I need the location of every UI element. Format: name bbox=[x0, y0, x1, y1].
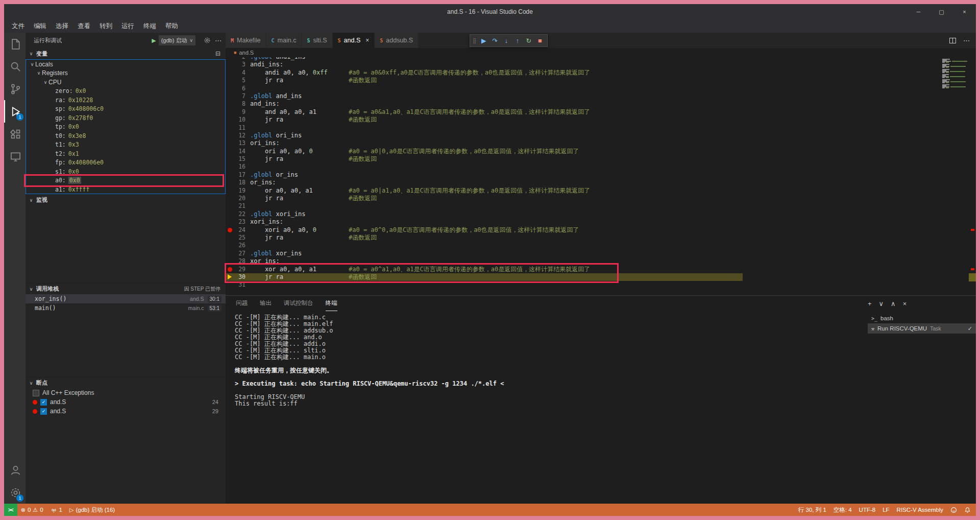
variables-section-header[interactable]: ∨ 变量 ⊟ bbox=[26, 48, 226, 59]
panel-tab-终端[interactable]: 终端 bbox=[326, 296, 337, 311]
stack-frame[interactable]: xor_ins()and.S30:1 bbox=[26, 294, 226, 303]
collapse-all-icon[interactable]: ⊟ bbox=[215, 50, 226, 57]
glyph-margin[interactable] bbox=[226, 57, 234, 61]
continue-button[interactable]: ▶ bbox=[479, 36, 488, 45]
gutter[interactable]: 4 bbox=[226, 69, 250, 77]
variable-t2[interactable]: t2:0x1 bbox=[26, 149, 225, 158]
gutter[interactable]: 10 bbox=[226, 116, 250, 124]
step-over-button[interactable]: ↷ bbox=[490, 36, 500, 45]
gutter[interactable]: 31 bbox=[226, 281, 250, 289]
gutter[interactable]: 18 bbox=[226, 179, 250, 186]
tab-and.S[interactable]: Sand.S× bbox=[333, 33, 375, 48]
gutter[interactable]: 24 bbox=[226, 226, 250, 234]
breakpoint-item[interactable]: All C++ Exceptions bbox=[26, 388, 226, 397]
gutter[interactable]: 19 bbox=[226, 187, 250, 195]
variable-tp[interactable]: tp:0x0 bbox=[26, 123, 225, 132]
settings-button[interactable]: 1 bbox=[4, 481, 26, 504]
panel-tab-输出[interactable]: 输出 bbox=[260, 296, 272, 311]
gutter[interactable]: 5 bbox=[226, 77, 250, 84]
minimap[interactable] bbox=[941, 59, 969, 89]
tab-Makefile[interactable]: MMakefile bbox=[226, 33, 266, 48]
variable-s1[interactable]: s1:0x0 bbox=[26, 167, 225, 176]
glyph-margin[interactable] bbox=[226, 187, 234, 195]
terminal-output[interactable]: CC -[M] 正在构建... main.cCC -[M] 正在构建... ma… bbox=[226, 311, 868, 504]
ports-indicator[interactable]: 1 bbox=[47, 504, 66, 516]
more-actions-icon[interactable]: ⋯ bbox=[215, 37, 222, 44]
variable-sp[interactable]: sp:0x408006c0 bbox=[26, 105, 225, 114]
eol[interactable]: LF bbox=[879, 504, 893, 516]
restart-button[interactable]: ↻ bbox=[524, 36, 533, 45]
variable-t1[interactable]: t1:0x3 bbox=[26, 140, 225, 150]
gutter[interactable]: 23 bbox=[226, 218, 250, 226]
variable-fp[interactable]: fp:0x408006e0 bbox=[26, 158, 225, 168]
gutter[interactable]: 25 bbox=[226, 234, 250, 242]
split-editor-icon[interactable] bbox=[949, 38, 956, 43]
overview-ruler[interactable] bbox=[969, 57, 976, 295]
panel-tab-调试控制台[interactable]: 调试控制台 bbox=[284, 296, 313, 311]
new-terminal-icon[interactable]: + bbox=[868, 300, 872, 308]
glyph-margin[interactable] bbox=[226, 250, 234, 257]
menu-item-0[interactable]: 文件 bbox=[7, 22, 29, 31]
gutter[interactable]: 2 bbox=[226, 57, 250, 61]
glyph-margin[interactable] bbox=[226, 155, 234, 163]
cursor-position[interactable]: 行 30, 列 1 bbox=[795, 504, 830, 516]
gutter[interactable]: 29 bbox=[226, 266, 250, 273]
terminal-dropdown-icon[interactable]: ∨ bbox=[879, 300, 884, 308]
tab-slti.S[interactable]: Sslti.S bbox=[302, 33, 332, 48]
breakpoint-item[interactable]: ✓and.S24 bbox=[26, 397, 226, 407]
gutter[interactable]: 12 bbox=[226, 132, 250, 139]
gutter[interactable]: 8 bbox=[226, 100, 250, 108]
glyph-margin[interactable] bbox=[226, 92, 234, 100]
gutter[interactable]: 15 bbox=[226, 155, 250, 163]
gutter[interactable]: 7 bbox=[226, 92, 250, 100]
close-button[interactable]: × bbox=[953, 4, 976, 19]
menu-item-3[interactable]: 查看 bbox=[73, 22, 95, 31]
gutter[interactable]: 17 bbox=[226, 171, 250, 179]
variable-gp[interactable]: gp:0x278f0 bbox=[26, 113, 225, 123]
gutter[interactable]: 11 bbox=[226, 124, 250, 132]
gutter[interactable]: 14 bbox=[226, 148, 250, 155]
stack-frame[interactable]: main()main.c53:1 bbox=[26, 303, 226, 313]
glyph-margin[interactable] bbox=[226, 202, 234, 210]
gutter[interactable]: 9 bbox=[226, 108, 250, 116]
variable-zero[interactable]: zero:0x0 bbox=[26, 87, 225, 96]
step-into-button[interactable]: ↓ bbox=[501, 36, 511, 45]
maximize-panel-icon[interactable]: ∧ bbox=[891, 300, 896, 308]
debug-session-indicator[interactable]: ▷ (gdb) 启动 (16) bbox=[66, 504, 118, 516]
gutter[interactable]: 27 bbox=[226, 250, 250, 257]
sidebar-item-run-debug[interactable]: 1 bbox=[4, 100, 26, 123]
glyph-margin[interactable] bbox=[226, 124, 234, 132]
stop-button[interactable]: ■ bbox=[535, 36, 545, 45]
glyph-margin[interactable] bbox=[226, 234, 234, 242]
breakpoint-checkbox[interactable]: ✓ bbox=[40, 399, 47, 406]
glyph-margin[interactable] bbox=[226, 171, 234, 179]
glyph-margin[interactable] bbox=[226, 85, 234, 92]
variable-ra[interactable]: ra:0x10228 bbox=[26, 96, 225, 105]
terminal-tab-bash[interactable]: >_bash bbox=[868, 313, 976, 323]
glyph-margin[interactable] bbox=[226, 61, 234, 68]
breakpoint-checkbox[interactable] bbox=[33, 390, 39, 396]
remote-indicator[interactable]: >< bbox=[4, 504, 17, 516]
glyph-margin[interactable] bbox=[226, 100, 234, 108]
code-area[interactable]: 2.globl andi_ins3andi_ins:4 andi a0, a0,… bbox=[226, 57, 976, 295]
close-tab-icon[interactable]: × bbox=[365, 37, 369, 44]
language-mode[interactable]: RISC-V Assembly bbox=[893, 504, 947, 516]
glyph-margin[interactable] bbox=[226, 210, 234, 218]
variable-CPU[interactable]: ∨CPU bbox=[26, 78, 225, 87]
sidebar-item-source-control[interactable] bbox=[4, 78, 26, 100]
variable-a1[interactable]: a1:0xffff bbox=[26, 185, 225, 194]
glyph-margin[interactable] bbox=[226, 77, 234, 84]
sidebar-item-remote-explorer[interactable] bbox=[4, 145, 26, 168]
variable-a0[interactable]: a0:0x0 bbox=[26, 176, 225, 185]
glyph-margin[interactable] bbox=[226, 132, 234, 139]
glyph-margin[interactable] bbox=[226, 218, 234, 226]
watch-section-header[interactable]: ∨ 监视 bbox=[26, 194, 226, 205]
glyph-margin[interactable] bbox=[226, 108, 234, 116]
maximize-button[interactable]: ▢ bbox=[930, 4, 953, 19]
sidebar-item-extensions[interactable] bbox=[4, 123, 26, 145]
menu-item-5[interactable]: 运行 bbox=[117, 22, 139, 31]
breakpoint-icon[interactable] bbox=[226, 266, 234, 273]
launch-config-select[interactable]: (gdb) 启动 ∨ bbox=[159, 35, 195, 45]
gutter[interactable]: 26 bbox=[226, 242, 250, 249]
glyph-margin[interactable] bbox=[226, 281, 234, 289]
